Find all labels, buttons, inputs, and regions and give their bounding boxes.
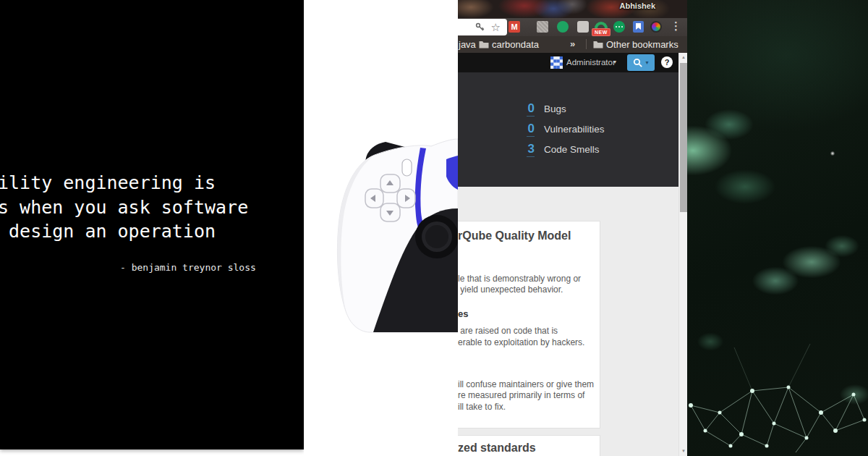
ps5-controller-image — [304, 0, 458, 456]
screenshot-collage: ility engineering iss when you ask softw… — [0, 0, 868, 456]
quote-line-3: design an operation — [0, 219, 248, 244]
address-bar[interactable]: ☆ — [458, 19, 507, 35]
network-background — [687, 0, 868, 456]
bugs-count-link[interactable]: 0 — [527, 101, 535, 117]
sonarqube-page: rQube Quality Model le that is demonstra… — [458, 187, 678, 456]
chevron-down-icon: ▾ — [613, 59, 616, 65]
quality-model-heading: rQube Quality Model — [458, 229, 571, 242]
standards-card: zed standards — [458, 435, 600, 456]
bookmark-extension-icon[interactable] — [633, 21, 644, 33]
key-icon[interactable] — [475, 22, 485, 32]
chevron-down-icon: ▾ — [645, 59, 648, 66]
code-smells-label: Code Smells — [544, 144, 600, 155]
quality-model-text: ill confuse maintainers or give them — [458, 379, 594, 389]
user-menu[interactable]: Administrator — [566, 58, 616, 67]
bookmarks-bar: java carbondata » Other bookmarks — [458, 36, 687, 53]
quality-model-text: le that is demonstrably wrong or — [458, 274, 581, 284]
folder-icon — [593, 41, 603, 48]
browser-theme-strip: Abhishek — [458, 0, 687, 18]
quote-panel: ility engineering iss when you ask softw… — [0, 0, 304, 449]
bookmark-star-icon[interactable]: ☆ — [491, 22, 501, 33]
page-scrollbar[interactable]: ▲ ▼ — [678, 53, 687, 456]
metric-row: 0 Bugs — [527, 101, 566, 117]
chat-extension-icon[interactable] — [613, 21, 625, 33]
code-smells-count-link[interactable]: 3 — [527, 142, 535, 157]
bookmarks-divider — [586, 39, 587, 49]
controller-panel — [304, 0, 458, 456]
bugs-label: Bugs — [544, 104, 566, 114]
quote-line-2: s when you ask software — [0, 195, 248, 220]
quality-model-text: re measured primarily in terms of — [458, 390, 584, 400]
colorwheel-extension-icon[interactable] — [650, 21, 662, 33]
quote-text: ility engineering iss when you ask softw… — [0, 171, 248, 244]
folder-icon — [479, 41, 489, 48]
chrome-profile-name[interactable]: Abhishek — [619, 1, 655, 10]
vulnerabilities-label: Vulnerabilities — [544, 124, 605, 135]
search-button[interactable]: ▾ — [627, 54, 655, 71]
bookmark-item-java[interactable]: java — [459, 39, 476, 50]
quote-attribution: - benjamin treynor sloss — [120, 262, 256, 273]
quality-model-card: rQube Quality Model le that is demonstra… — [458, 221, 600, 428]
extension-icon-green-circle[interactable] — [557, 21, 569, 33]
help-button[interactable]: ? — [661, 56, 673, 68]
quote-line-1: ility engineering is — [0, 171, 248, 195]
browser-window: Abhishek ☆ M NEW ⋮ java carbondata — [458, 0, 687, 456]
quality-model-text: yield unexpected behavior. — [458, 284, 563, 295]
avatar[interactable] — [550, 56, 563, 69]
bookmarks-overflow-chevron[interactable]: » — [570, 38, 575, 49]
gmail-extension-icon[interactable]: M — [509, 21, 520, 33]
quality-model-text: are raised on code that is — [458, 326, 558, 336]
extension-icon-gray-2[interactable] — [577, 21, 589, 33]
vulnerabilities-count-link[interactable]: 0 — [527, 122, 535, 137]
quality-model-text: ill take to fix. — [458, 402, 506, 412]
extension-icon-gray[interactable] — [537, 21, 548, 33]
standards-heading: zed standards — [458, 442, 536, 455]
metric-row: 0 Vulnerabilities — [527, 122, 605, 137]
browser-menu-icon[interactable]: ⋮ — [671, 20, 681, 33]
plexus-graphic — [687, 304, 868, 456]
metric-row: 3 Code Smells — [527, 142, 600, 157]
other-bookmarks-button[interactable]: Other bookmarks — [606, 39, 678, 50]
bookmark-item-carbondata[interactable]: carbondata — [492, 39, 539, 50]
search-icon — [633, 58, 643, 68]
sonarqube-metrics-panel: 0 Bugs 0 Vulnerabilities 3 Code Smells — [458, 72, 678, 187]
quality-model-text: erable to exploitation by hackers. — [458, 337, 584, 347]
scrollbar-thumb[interactable] — [680, 63, 687, 212]
new-badge: NEW — [592, 28, 610, 36]
sonarqube-header: Administrator ▾ ▾ ? — [458, 53, 678, 72]
quality-model-subheading: es — [458, 308, 468, 319]
